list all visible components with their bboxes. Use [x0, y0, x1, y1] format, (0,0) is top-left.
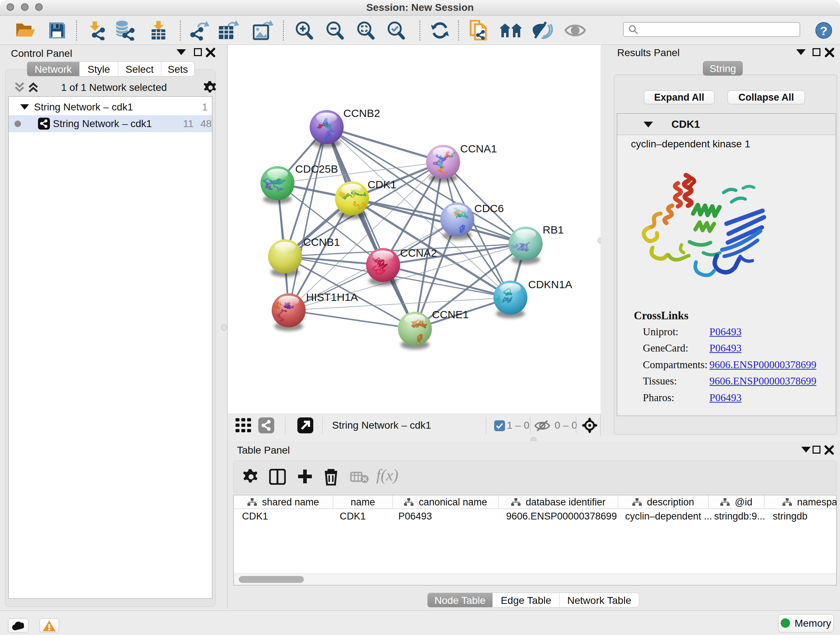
svg-text:CCNA2: CCNA2 [400, 247, 437, 259]
svg-text:CCNE1: CCNE1 [432, 309, 469, 320]
svg-text:HIST1H1A: HIST1H1A [306, 291, 358, 303]
svg-text:RB1: RB1 [543, 224, 564, 236]
svg-text:CCNB2: CCNB2 [343, 107, 380, 119]
svg-text:CDKN1A: CDKN1A [528, 279, 572, 290]
svg-text:CDK1: CDK1 [368, 179, 396, 190]
svg-text:CCNA1: CCNA1 [460, 143, 497, 155]
svg-text:CCNB1: CCNB1 [303, 236, 340, 248]
svg-text:CDC25B: CDC25B [295, 163, 338, 175]
svg-text:CDC6: CDC6 [474, 203, 504, 214]
